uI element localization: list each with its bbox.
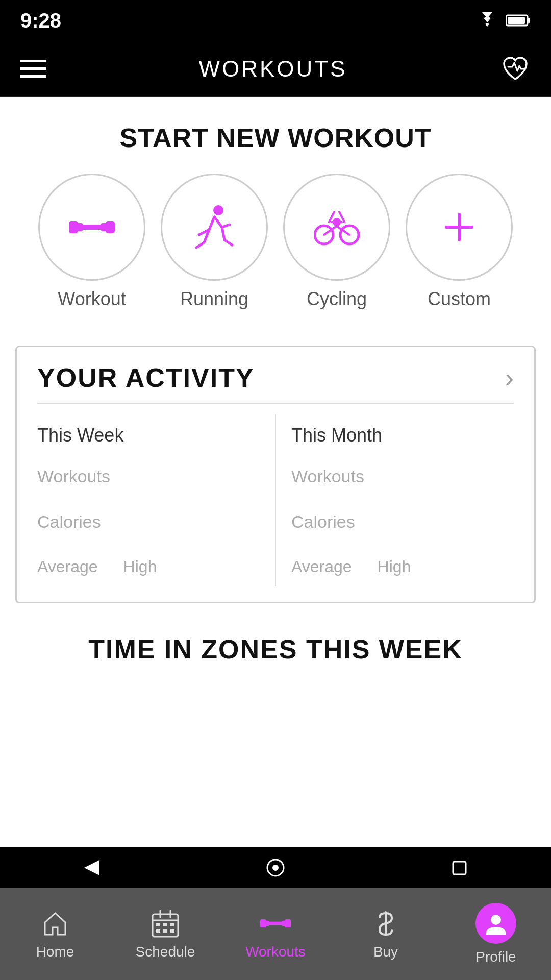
custom-circle-btn[interactable] — [406, 174, 513, 281]
start-new-workout-title: START NEW WORKOUT — [0, 97, 551, 174]
this-week-average-label: Average — [37, 557, 98, 576]
svg-rect-1 — [528, 18, 530, 23]
svg-rect-26 — [265, 921, 269, 926]
buy-icon — [370, 908, 401, 939]
main-content: START NEW WORKOUT Workout — [0, 97, 551, 924]
nav-label-schedule: Schedule — [136, 944, 195, 960]
nav-item-schedule[interactable]: Schedule — [110, 908, 220, 960]
this-month-high: High — [378, 557, 411, 576]
heart-rate-button[interactable] — [500, 53, 531, 85]
svg-rect-7 — [101, 223, 107, 231]
running-circle-btn[interactable] — [161, 174, 268, 281]
svg-rect-18 — [163, 923, 167, 926]
svg-rect-17 — [156, 923, 160, 926]
workouts-icon — [260, 908, 291, 939]
this-week-hr: Average High — [37, 557, 260, 576]
nav-label-profile: Profile — [475, 949, 516, 965]
activity-header: YOUR ACTIVITY › — [37, 362, 514, 404]
status-time: 9:28 — [20, 9, 61, 32]
activity-columns: This Week Workouts Calories Average High — [37, 414, 514, 586]
cycling-circle-btn[interactable] — [283, 174, 390, 281]
status-icons — [476, 12, 531, 29]
activity-chevron[interactable]: › — [505, 363, 514, 393]
status-bar: 9:28 — [0, 0, 551, 41]
svg-rect-2 — [508, 17, 525, 24]
svg-rect-22 — [170, 929, 174, 933]
bottom-nav: Home Schedule Workouts — [0, 888, 551, 980]
this-week-header: This Week — [37, 425, 260, 446]
svg-marker-12 — [84, 860, 99, 875]
workout-type-running[interactable]: Running — [161, 174, 268, 310]
header: WORKOUTS — [0, 41, 551, 97]
this-week-calories: Calories — [37, 512, 260, 532]
nav-item-workouts[interactable]: Workouts — [220, 908, 331, 960]
profile-avatar — [475, 903, 516, 944]
this-month-hr: Average High — [291, 557, 514, 576]
svg-rect-27 — [282, 921, 286, 926]
svg-point-8 — [213, 205, 223, 215]
nav-item-profile[interactable]: Profile — [441, 903, 551, 965]
activity-title: YOUR ACTIVITY — [37, 362, 255, 393]
zones-title: TIME IN ZONES THIS WEEK — [15, 634, 536, 665]
header-title: WORKOUTS — [198, 56, 347, 82]
menu-button[interactable] — [20, 60, 46, 78]
this-week-workouts: Workouts — [37, 467, 260, 486]
nav-item-home[interactable]: Home — [0, 908, 110, 960]
running-label: Running — [180, 288, 248, 310]
workout-circle-btn[interactable] — [38, 174, 145, 281]
svg-rect-21 — [163, 929, 167, 933]
calendar-icon — [150, 908, 181, 939]
android-home-button[interactable] — [260, 852, 291, 883]
this-month-high-label: High — [378, 557, 411, 576]
activity-card: YOUR ACTIVITY › This Week Workouts Calor… — [15, 346, 536, 603]
workout-type-workout[interactable]: Workout — [38, 174, 145, 310]
this-week-high-label: High — [123, 557, 157, 576]
this-month-calories-label: Calories — [291, 512, 514, 532]
home-icon — [40, 908, 70, 939]
battery-icon — [506, 13, 531, 28]
this-month-header: This Month — [291, 425, 514, 446]
this-week-calories-label: Calories — [37, 512, 260, 532]
workout-type-cycling[interactable]: Cycling — [283, 174, 390, 310]
this-month-calories: Calories — [291, 512, 514, 532]
android-back-button[interactable] — [77, 852, 107, 883]
this-month-workouts-label: Workouts — [291, 467, 514, 486]
svg-rect-20 — [156, 929, 160, 933]
nav-label-buy: Buy — [373, 944, 398, 960]
this-week-average: Average — [37, 557, 98, 576]
this-week-col: This Week Workouts Calories Average High — [37, 414, 276, 586]
nav-label-home: Home — [36, 944, 74, 960]
svg-point-28 — [491, 915, 501, 925]
android-recent-button[interactable] — [444, 852, 474, 883]
this-week-high: High — [123, 557, 157, 576]
zones-section: TIME IN ZONES THIS WEEK — [0, 614, 551, 700]
this-month-col: This Month Workouts Calories Average Hig… — [276, 414, 514, 586]
workout-label: Workout — [58, 288, 126, 310]
cycling-label: Cycling — [307, 288, 367, 310]
wifi-icon — [476, 12, 498, 29]
custom-label: Custom — [428, 288, 491, 310]
this-week-workouts-label: Workouts — [37, 467, 260, 486]
svg-rect-6 — [77, 223, 83, 231]
this-month-average: Average — [291, 557, 352, 576]
workout-types-row: Workout Running — [0, 174, 551, 335]
nav-label-workouts: Workouts — [245, 944, 306, 960]
svg-rect-19 — [170, 923, 174, 926]
this-month-average-label: Average — [291, 557, 352, 576]
android-nav-bar — [0, 847, 551, 888]
workout-type-custom[interactable]: Custom — [406, 174, 513, 310]
svg-point-14 — [272, 865, 279, 871]
svg-rect-15 — [453, 862, 466, 874]
this-month-workouts: Workouts — [291, 467, 514, 486]
nav-item-buy[interactable]: Buy — [331, 908, 441, 960]
